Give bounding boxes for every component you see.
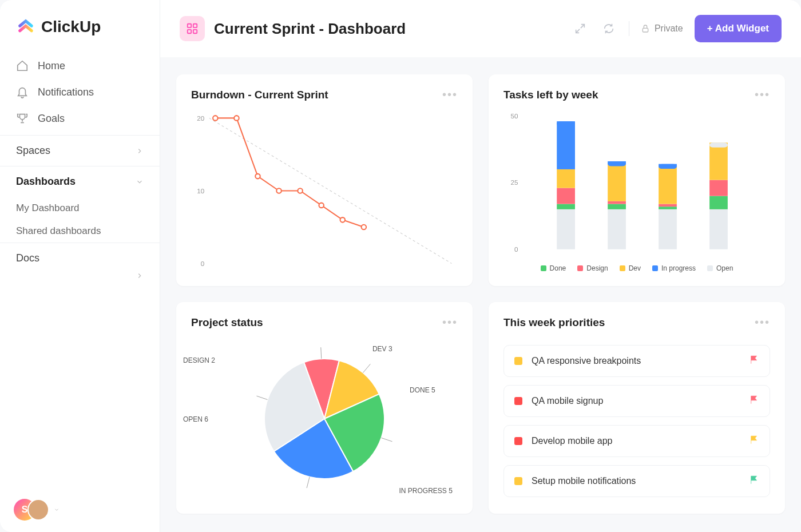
pie-label: OPEN 6: [183, 415, 208, 423]
status-square-icon: [514, 357, 522, 365]
widget-project-status: Project status ••• DESIGN 2DEV 3DONE 5IN…: [176, 302, 473, 514]
sidebar: ClickUp Home Notifications Goals Spaces …: [0, 0, 160, 532]
card-menu-button[interactable]: •••: [755, 88, 770, 101]
svg-rect-3: [193, 30, 197, 33]
legend-item[interactable]: Dev: [620, 264, 641, 272]
section-docs[interactable]: Docs: [0, 243, 160, 273]
card-title: Tasks left by week: [503, 89, 598, 101]
svg-point-13: [255, 174, 260, 178]
widget-priorities: This week priorities ••• QA responsive b…: [489, 302, 785, 514]
tasks-left-chart: 02550: [503, 109, 770, 261]
legend-label: Done: [550, 264, 566, 272]
svg-rect-28: [608, 209, 626, 249]
priority-text: Develop mobile app: [532, 436, 612, 446]
svg-text:10: 10: [197, 187, 204, 194]
privacy-indicator[interactable]: Private: [641, 23, 683, 34]
card-menu-button[interactable]: •••: [755, 316, 770, 329]
svg-line-48: [382, 438, 392, 441]
trophy-icon: [16, 112, 29, 125]
brand-name: ClickUp: [41, 18, 101, 36]
svg-line-10: [209, 118, 452, 263]
page-title: Current Sprint - Dashboard: [214, 20, 406, 38]
refresh-button[interactable]: [600, 20, 617, 37]
svg-rect-35: [659, 207, 677, 209]
widget-burndown: Burndown - Current Sprint ••• 01020: [176, 74, 473, 286]
avatar-initial: S: [22, 505, 28, 515]
nav-notifications[interactable]: Notifications: [0, 79, 160, 105]
svg-line-5: [576, 29, 580, 33]
nav-goals[interactable]: Goals: [0, 105, 160, 132]
priority-item[interactable]: Setup mobile notifications: [503, 465, 770, 497]
sidebar-item-my-dashboard[interactable]: My Dashboard: [0, 197, 160, 220]
card-title: This week priorities: [503, 316, 605, 329]
svg-rect-43: [709, 142, 728, 180]
svg-rect-0: [188, 24, 191, 27]
priority-item[interactable]: Develop mobile app: [503, 425, 770, 457]
svg-text:0: 0: [514, 245, 518, 253]
logo[interactable]: ClickUp: [0, 0, 160, 49]
priority-flag-icon[interactable]: [749, 435, 759, 447]
svg-rect-1: [193, 24, 197, 27]
card-menu-button[interactable]: •••: [442, 316, 458, 329]
svg-rect-24: [557, 188, 575, 204]
svg-rect-34: [659, 209, 677, 249]
expand-button[interactable]: [572, 20, 589, 37]
legend-swatch: [577, 265, 583, 271]
priority-flag-icon[interactable]: [749, 355, 759, 367]
svg-rect-6: [643, 28, 648, 32]
user-avatar-menu[interactable]: S: [0, 487, 160, 532]
svg-point-12: [234, 116, 239, 120]
sub-label: Shared dashboards: [16, 225, 101, 236]
legend-label: Open: [716, 264, 733, 272]
svg-rect-22: [557, 209, 575, 249]
svg-rect-2: [188, 30, 191, 33]
svg-text:20: 20: [197, 114, 204, 122]
nav-label: Home: [38, 60, 65, 72]
section-label: Dashboards: [16, 176, 76, 188]
svg-point-18: [362, 225, 366, 229]
priority-flag-icon[interactable]: [749, 395, 759, 407]
legend-swatch: [652, 265, 658, 271]
svg-rect-45: [709, 142, 728, 147]
svg-point-15: [298, 188, 302, 193]
section-label: Docs: [16, 252, 39, 264]
main: Current Sprint - Dashboard Private + Add…: [160, 0, 801, 532]
add-widget-button[interactable]: + Add Widget: [695, 15, 782, 42]
expand-icon: [574, 22, 586, 35]
lock-icon: [641, 24, 650, 33]
chevron-right-icon: [136, 272, 144, 280]
legend-label: Design: [586, 264, 608, 272]
clickup-logo-icon: [16, 17, 35, 37]
svg-line-4: [581, 25, 584, 28]
svg-rect-31: [608, 164, 626, 201]
svg-line-49: [307, 477, 310, 487]
legend-swatch: [541, 265, 546, 271]
legend-item[interactable]: Done: [541, 264, 566, 272]
refresh-icon: [602, 22, 615, 35]
priority-item[interactable]: QA responsive breakpoints: [503, 345, 770, 377]
priority-flag-icon[interactable]: [749, 475, 759, 487]
legend-item[interactable]: In progress: [652, 264, 696, 272]
nav-home[interactable]: Home: [0, 53, 160, 79]
chevron-down-icon: [136, 178, 144, 186]
status-square-icon: [514, 477, 522, 485]
legend-item[interactable]: Open: [707, 264, 733, 272]
legend-item[interactable]: Design: [577, 264, 608, 272]
svg-rect-25: [557, 169, 575, 188]
project-status-chart: DESIGN 2DEV 3DONE 5IN PROGRESS 5OPEN 6: [191, 337, 458, 500]
svg-text:0: 0: [201, 260, 205, 267]
nav-label: Goals: [38, 113, 65, 125]
legend-label: Dev: [629, 264, 641, 272]
card-title: Project status: [191, 316, 263, 329]
priority-list: QA responsive breakpointsQA mobile signu…: [503, 345, 770, 497]
legend-label: In progress: [661, 264, 696, 272]
priority-item[interactable]: QA mobile signup: [503, 385, 770, 417]
svg-point-14: [276, 188, 281, 193]
section-spaces[interactable]: Spaces: [0, 135, 160, 166]
card-menu-button[interactable]: •••: [442, 88, 458, 101]
section-dashboards[interactable]: Dashboards: [0, 166, 160, 197]
svg-point-17: [340, 217, 345, 222]
svg-rect-41: [709, 196, 728, 209]
privacy-label: Private: [655, 23, 683, 34]
sidebar-item-shared-dashboards[interactable]: Shared dashboards: [0, 220, 160, 243]
